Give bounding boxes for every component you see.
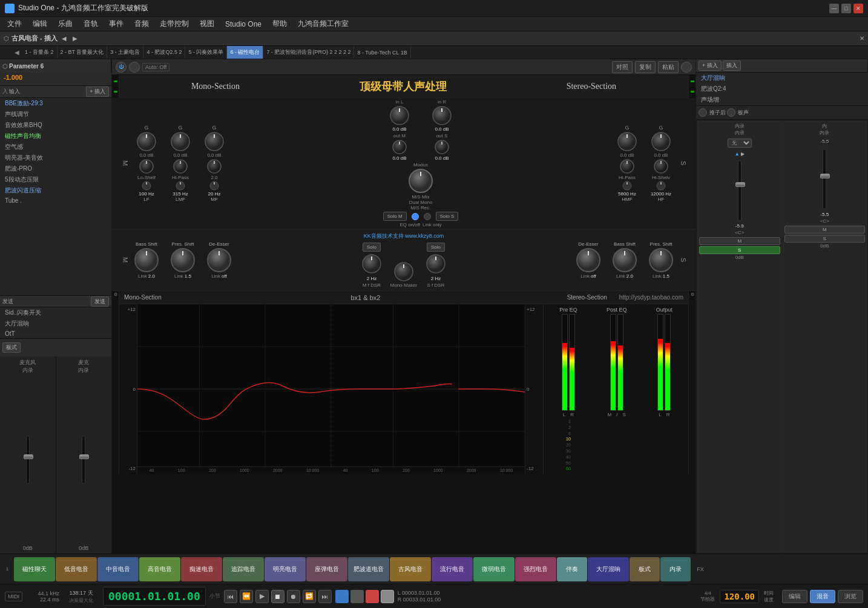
insert-item-4[interactable]: 磁性声音均衡 bbox=[0, 131, 111, 142]
right-item-3[interactable]: 声场增 bbox=[696, 94, 868, 105]
tab-5[interactable]: 5 - 闪奏效果单 bbox=[185, 46, 227, 59]
play-gray-button[interactable] bbox=[350, 590, 364, 603]
pres-shift-r-knob[interactable] bbox=[648, 247, 674, 273]
insert-item-5[interactable]: 空气感 bbox=[0, 142, 111, 152]
midi-label[interactable]: MIDI bbox=[5, 592, 22, 601]
right-m-btn[interactable]: M bbox=[699, 237, 780, 245]
right-fader-thumb-2[interactable] bbox=[820, 174, 830, 178]
track-8[interactable]: 座弹电音 bbox=[306, 557, 347, 581]
mix-select[interactable]: 无 bbox=[728, 139, 752, 148]
menu-file[interactable]: 文件 bbox=[2, 18, 27, 30]
track-16[interactable]: 板式 bbox=[630, 557, 660, 581]
fader-thumb-1[interactable] bbox=[24, 454, 33, 459]
insert-item-2[interactable]: 声线调节 bbox=[0, 109, 111, 120]
mono-lmf-f-knob[interactable] bbox=[175, 180, 186, 191]
play-button[interactable]: ▶ bbox=[255, 590, 269, 603]
mono-lf-q-knob[interactable] bbox=[138, 158, 155, 175]
menu-audio[interactable]: 音频 bbox=[130, 18, 154, 30]
mono-hmf-g-knob[interactable] bbox=[616, 131, 638, 152]
track-1[interactable]: 磁性聊天 bbox=[14, 557, 55, 581]
in-r-knob[interactable] bbox=[431, 105, 453, 126]
track-17[interactable]: 内录 bbox=[660, 557, 691, 581]
track-14[interactable]: 伴奏 bbox=[557, 557, 587, 581]
tab-3[interactable]: 3 - 土豪电音 bbox=[107, 46, 143, 59]
plugin-nav-left[interactable] bbox=[129, 62, 140, 73]
menu-transport[interactable]: 走带控制 bbox=[155, 18, 194, 30]
mono-hf-f-knob[interactable] bbox=[656, 180, 666, 191]
nav-left[interactable]: ◀ bbox=[60, 35, 68, 42]
play-blue-button[interactable] bbox=[335, 590, 349, 603]
de-esser-l-knob[interactable] bbox=[206, 247, 232, 273]
bottom-r-knob[interactable] bbox=[425, 253, 447, 275]
modus-svg[interactable] bbox=[407, 168, 434, 194]
align-label[interactable]: 对照 bbox=[612, 61, 633, 73]
edit-button[interactable]: 编辑 bbox=[782, 590, 807, 603]
track-9[interactable]: 肥波道电音 bbox=[348, 557, 389, 581]
minimize-button[interactable]: — bbox=[829, 4, 839, 13]
mono-hmf-q-knob[interactable] bbox=[619, 158, 636, 175]
link-only-label[interactable]: Link only bbox=[422, 222, 442, 227]
solo-bottom-button[interactable]: Solo bbox=[363, 243, 381, 252]
mono-lf-f-knob[interactable] bbox=[141, 180, 152, 191]
add-send-button[interactable]: 发送 bbox=[91, 296, 109, 307]
mono-hmf-f-knob[interactable] bbox=[622, 180, 633, 191]
track-15[interactable]: 大厅混响 bbox=[588, 557, 629, 581]
solo-s-bottom-button[interactable]: Solo bbox=[427, 243, 445, 252]
track-10[interactable]: 古风电音 bbox=[390, 557, 431, 581]
mix-button[interactable]: 混音 bbox=[810, 590, 835, 603]
menu-track[interactable]: 音轨 bbox=[79, 18, 103, 30]
rewind-button[interactable]: ⏪ bbox=[240, 590, 253, 603]
track-4[interactable]: 高音电音 bbox=[139, 557, 180, 581]
out-m-svg[interactable] bbox=[391, 139, 408, 155]
browse-button[interactable]: 浏览 bbox=[838, 590, 863, 603]
pattern-button[interactable]: 板式 bbox=[2, 342, 21, 353]
plugin-power[interactable]: ⏻ bbox=[116, 62, 127, 73]
track-13[interactable]: 强烈电音 bbox=[515, 557, 556, 581]
tab-6-active[interactable]: 6 - 磁性电台 bbox=[227, 46, 263, 59]
menu-studioone[interactable]: Studio One bbox=[220, 19, 266, 30]
track-7[interactable]: 明亮电音 bbox=[265, 557, 306, 581]
insert-item-1[interactable]: BBE激励-29:3 bbox=[0, 98, 111, 109]
skip-forward-button[interactable]: ⏭ bbox=[318, 590, 332, 603]
insert-item-7[interactable]: 肥波-PRO bbox=[0, 163, 111, 174]
tab-1[interactable]: 1 - 音量条 2 bbox=[22, 46, 58, 59]
reverb-button[interactable] bbox=[727, 108, 735, 117]
track-5[interactable]: 痴迷电音 bbox=[181, 557, 222, 581]
plugin-settings[interactable] bbox=[681, 62, 692, 73]
track-2[interactable]: 低音电音 bbox=[56, 557, 97, 581]
mono-mf-q-knob[interactable] bbox=[206, 158, 223, 175]
menu-view[interactable]: 视图 bbox=[195, 18, 219, 30]
out-s-svg[interactable] bbox=[433, 139, 450, 155]
right-item-1[interactable]: 大厅混响 bbox=[696, 73, 868, 83]
right-insert-button2[interactable]: 插入 bbox=[723, 60, 741, 71]
close-button[interactable]: ✕ bbox=[853, 4, 863, 13]
solo-s-button[interactable]: Solo S bbox=[436, 212, 459, 221]
right-item-2[interactable]: 肥波Q2:4 bbox=[696, 83, 868, 94]
tab-7[interactable]: 7 - 肥波智能消齿音(PRO) 2 2 2 2 2 bbox=[263, 46, 354, 59]
menu-song[interactable]: 乐曲 bbox=[53, 18, 77, 30]
record-red-button[interactable] bbox=[366, 590, 379, 603]
menu-event[interactable]: 事件 bbox=[104, 18, 128, 30]
mono-hf-q-knob[interactable] bbox=[653, 158, 669, 175]
insert-item-3[interactable]: 音效效果BHQ bbox=[0, 120, 111, 131]
tab-2[interactable]: 2 - BT 音量最大化 bbox=[58, 46, 108, 59]
copy-label[interactable]: 复制 bbox=[635, 61, 656, 73]
fader-thumb-2[interactable] bbox=[79, 454, 89, 459]
right-fader-2[interactable] bbox=[823, 149, 826, 209]
right-fader-1[interactable] bbox=[738, 160, 741, 221]
nav-right[interactable]: ▶ bbox=[71, 35, 79, 42]
bass-shift-r-knob[interactable] bbox=[611, 247, 638, 273]
track-11[interactable]: 流行电音 bbox=[432, 557, 473, 581]
mono-hf-g-knob[interactable] bbox=[650, 131, 672, 152]
add-insert-button[interactable]: + 插入 bbox=[86, 87, 109, 97]
mono-maker-svg[interactable] bbox=[393, 261, 415, 283]
mono-lmf-q-knob[interactable] bbox=[172, 158, 189, 175]
pres-shift-l-knob[interactable] bbox=[169, 247, 196, 273]
menu-help[interactable]: 帮助 bbox=[268, 18, 292, 30]
track-6[interactable]: 追踪电音 bbox=[223, 557, 264, 581]
de-esser-r-knob[interactable] bbox=[575, 247, 602, 273]
loop-button[interactable]: 🔁 bbox=[303, 590, 316, 603]
record-button[interactable]: ⏺ bbox=[287, 590, 300, 603]
mono-lf-g-knob[interactable] bbox=[136, 131, 157, 152]
tab-4[interactable]: 4 - 肥波Q2.5 2 bbox=[143, 46, 185, 59]
